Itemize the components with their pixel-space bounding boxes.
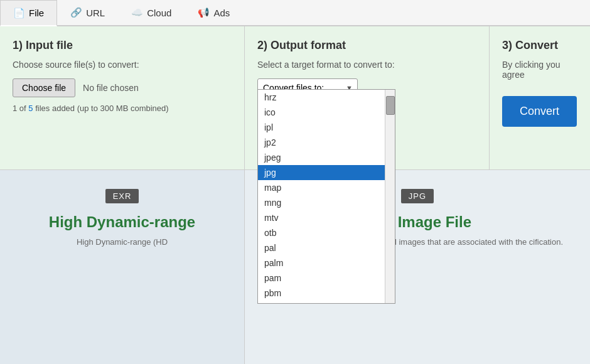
- files-count-current: 1: [13, 104, 17, 113]
- dropdown-item-otb[interactable]: otb: [258, 225, 385, 240]
- section-convert: 3) Convert By clicking you agree Convert: [490, 26, 590, 171]
- no-file-label: No file chosen: [83, 83, 139, 93]
- jpg-badge: JPG: [401, 189, 434, 203]
- link-icon: 🔗: [70, 7, 82, 18]
- dropdown-item-mng[interactable]: mng: [258, 195, 385, 210]
- scrollbar-thumb[interactable]: [386, 96, 395, 115]
- exr-format-title: High Dynamic-range: [49, 213, 195, 231]
- file-icon: 📄: [13, 8, 25, 19]
- input-subtitle: Choose source file(s) to convert:: [13, 60, 232, 70]
- tab-file[interactable]: 📄 File: [0, 0, 57, 26]
- tab-cloud[interactable]: ☁️ Cloud: [118, 0, 185, 25]
- dropdown-item-ipl[interactable]: ipl: [258, 120, 385, 135]
- dropdown-item-map[interactable]: map: [258, 180, 385, 195]
- dropdown-list: hrz ico ipl jp2 jpeg jpg map mng mtv otb…: [258, 90, 385, 303]
- tab-file-label: File: [29, 8, 44, 18]
- dropdown-item-ico[interactable]: ico: [258, 105, 385, 120]
- tab-ads[interactable]: 📢 Ads: [185, 0, 243, 25]
- tab-url[interactable]: 🔗 URL: [57, 0, 118, 25]
- exr-badge: EXR: [105, 189, 139, 203]
- tab-url-label: URL: [86, 8, 105, 18]
- dropdown-item-pcd[interactable]: pcd: [258, 301, 385, 303]
- tab-cloud-label: Cloud: [147, 8, 171, 18]
- convert-title: 3) Convert: [502, 39, 558, 52]
- files-info-text: files added (up to 300 MB combined): [35, 104, 168, 113]
- dropdown-item-pbm[interactable]: pbm: [258, 286, 385, 301]
- nav-tabs: 📄 File 🔗 URL ☁️ Cloud 📢 Ads: [0, 0, 590, 26]
- files-added-info: 1 of 5 files added (up to 300 MB combine…: [13, 104, 232, 113]
- dropdown-item-pal[interactable]: pal: [258, 240, 385, 255]
- dropdown-item-jpg[interactable]: jpg: [258, 165, 385, 180]
- convert-button[interactable]: Convert: [502, 96, 577, 127]
- dropdown-item-mtv[interactable]: mtv: [258, 210, 385, 225]
- dropdown-item-palm[interactable]: palm: [258, 255, 385, 270]
- section-input: 1) Input file Choose source file(s) to c…: [0, 26, 245, 171]
- scrollbar-track[interactable]: [385, 90, 395, 303]
- output-subtitle: Select a target format to convert to:: [257, 60, 476, 70]
- dropdown-item-jp2[interactable]: jp2: [258, 135, 385, 150]
- input-title: 1) Input file: [13, 39, 232, 52]
- app-container: 📄 File 🔗 URL ☁️ Cloud 📢 Ads 1) Input fil…: [0, 0, 590, 364]
- cloud-icon: ☁️: [131, 7, 143, 18]
- dropdown-item-pam[interactable]: pam: [258, 270, 385, 286]
- choose-file-button[interactable]: Choose file: [13, 78, 75, 97]
- preview-left: EXR High Dynamic-range High Dynamic-rang…: [0, 170, 245, 364]
- exr-format-desc: High Dynamic-range (HD: [67, 237, 178, 247]
- files-count-total-link[interactable]: 5: [28, 104, 33, 113]
- section-output: 2) Output format Select a target format …: [245, 26, 490, 171]
- top-sections: 1) Input file Choose source file(s) to c…: [0, 26, 590, 171]
- format-dropdown: hrz ico ipl jp2 jpeg jpg map mng mtv otb…: [257, 89, 395, 304]
- convert-subtitle: By clicking you agree: [502, 60, 577, 80]
- file-input-row: Choose file No file chosen: [13, 78, 232, 97]
- output-title: 2) Output format: [257, 39, 476, 52]
- ads-icon: 📢: [198, 7, 210, 18]
- dropdown-item-hrz[interactable]: hrz: [258, 90, 385, 105]
- tab-ads-label: Ads: [213, 8, 230, 18]
- dropdown-item-jpeg[interactable]: jpeg: [258, 150, 385, 165]
- content-wrapper: 1) Input file Choose source file(s) to c…: [0, 26, 590, 364]
